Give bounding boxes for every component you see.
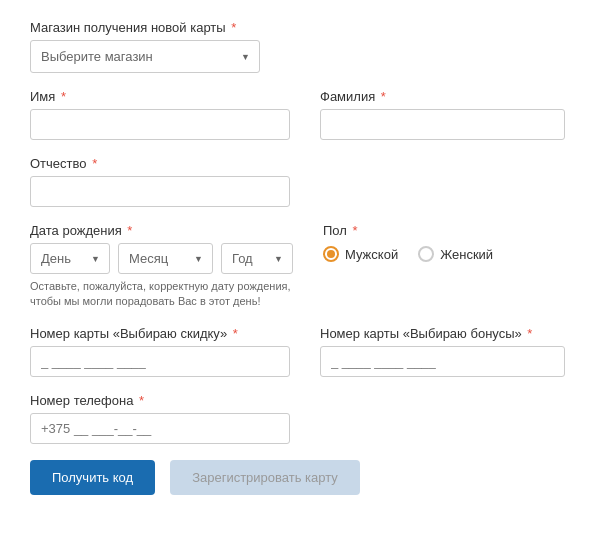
date-selects-row: День Месяц Год (30, 243, 293, 274)
month-select-wrapper: Месяц (118, 243, 213, 274)
first-name-group: Имя * (30, 89, 290, 156)
last-name-group: Фамилия * (320, 89, 565, 156)
store-field-group: Магазин получения новой карты * Выберите… (30, 20, 565, 73)
phone-group: Номер телефона * (30, 393, 565, 444)
gender-male-option[interactable]: Мужской (323, 246, 398, 262)
gender-female-label: Женский (440, 247, 493, 262)
registration-form: Магазин получения новой карты * Выберите… (30, 20, 565, 495)
bonus-card-input[interactable] (320, 346, 565, 377)
gender-label: Пол * (323, 223, 565, 238)
cards-row: Номер карты «Выбираю скидку» * Номер кар… (30, 326, 565, 393)
first-name-label: Имя * (30, 89, 290, 104)
first-name-input[interactable] (30, 109, 290, 140)
name-row: Имя * Фамилия * (30, 89, 565, 156)
last-name-input[interactable] (320, 109, 565, 140)
store-select-wrapper: Выберите магазин (30, 40, 260, 73)
day-select-wrapper: День (30, 243, 110, 274)
year-select[interactable]: Год (221, 243, 293, 274)
day-select[interactable]: День (30, 243, 110, 274)
form-buttons-row: Получить код Зарегистрировать карту (30, 460, 565, 495)
register-card-button[interactable]: Зарегистрировать карту (170, 460, 360, 495)
gender-female-option[interactable]: Женский (418, 246, 493, 262)
discount-card-input[interactable] (30, 346, 290, 377)
bonus-card-label: Номер карты «Выбираю бонусы» * (320, 326, 565, 341)
gender-options-row: Мужской Женский (323, 246, 565, 262)
middle-name-input[interactable] (30, 176, 290, 207)
store-required-mark: * (228, 20, 237, 35)
middle-name-label: Отчество * (30, 156, 565, 171)
discount-card-label: Номер карты «Выбираю скидку» * (30, 326, 290, 341)
discount-card-group: Номер карты «Выбираю скидку» * (30, 326, 290, 393)
year-select-wrapper: Год (221, 243, 293, 274)
last-name-label: Фамилия * (320, 89, 565, 104)
store-select[interactable]: Выберите магазин (30, 40, 260, 73)
phone-input[interactable] (30, 413, 290, 444)
dob-hint: Оставьте, пожалуйста, корректную дату ро… (30, 279, 293, 310)
dob-gender-row: Дата рождения * День Месяц (30, 223, 565, 326)
store-label-text: Магазин получения новой карты (30, 20, 226, 35)
store-label: Магазин получения новой карты * (30, 20, 565, 35)
gender-female-radio[interactable] (418, 246, 434, 262)
gender-male-radio[interactable] (323, 246, 339, 262)
dob-label: Дата рождения * (30, 223, 293, 238)
middle-name-group: Отчество * (30, 156, 565, 207)
get-code-button[interactable]: Получить код (30, 460, 155, 495)
phone-label: Номер телефона * (30, 393, 565, 408)
bonus-card-group: Номер карты «Выбираю бонусы» * (320, 326, 565, 393)
month-select[interactable]: Месяц (118, 243, 213, 274)
dob-group: Дата рождения * День Месяц (30, 223, 293, 326)
gender-male-label: Мужской (345, 247, 398, 262)
gender-group: Пол * Мужской Женский (323, 223, 565, 326)
